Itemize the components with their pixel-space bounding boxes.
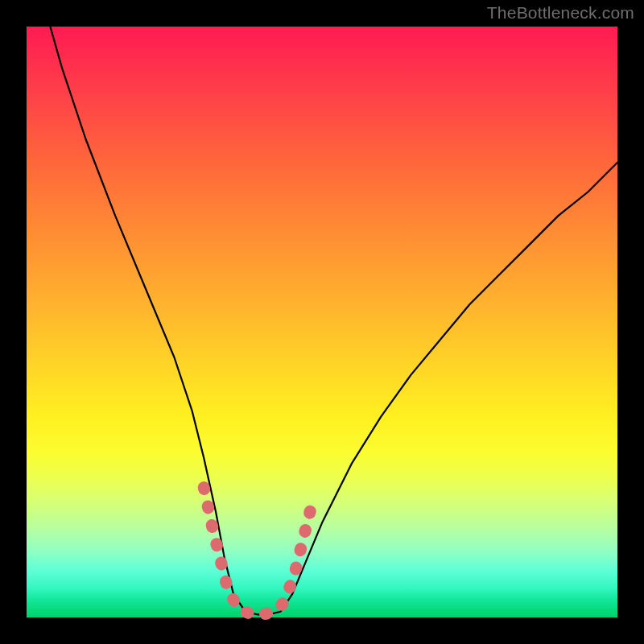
gradient-plot-area [27,27,617,617]
bottleneck-curve-line [50,27,617,614]
curve-layer [27,27,617,617]
chart-stage: TheBottleneck.com [0,0,644,644]
watermark-label: TheBottleneck.com [487,3,634,23]
optimal-band-line [204,488,313,615]
